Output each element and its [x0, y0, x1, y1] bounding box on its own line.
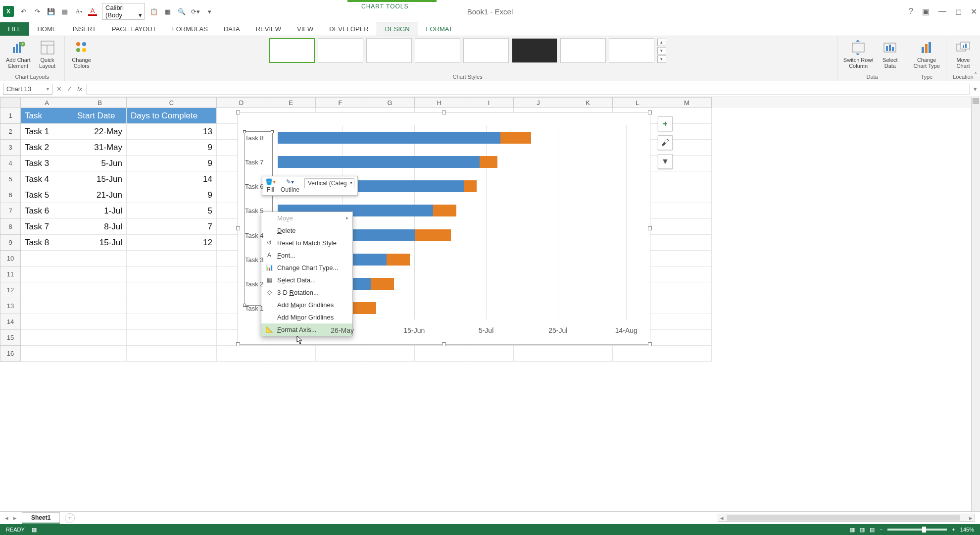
cell[interactable]: [266, 346, 316, 362]
tab-view[interactable]: VIEW: [289, 22, 321, 36]
column-header[interactable]: M: [662, 97, 712, 108]
chart-style-thumb[interactable]: [366, 38, 412, 63]
refresh-icon[interactable]: ⟳▾: [191, 7, 200, 16]
cell[interactable]: [73, 314, 127, 330]
cell[interactable]: [662, 314, 712, 330]
cell[interactable]: Task 1: [21, 124, 73, 140]
redo-icon[interactable]: ↷: [33, 7, 42, 16]
cell[interactable]: [21, 346, 73, 362]
row-header[interactable]: 15: [0, 330, 21, 346]
chart-style-thumb[interactable]: [269, 38, 315, 63]
column-header[interactable]: D: [217, 97, 266, 108]
chart-style-thumb[interactable]: [318, 38, 363, 63]
view-page-layout-icon[interactable]: ▥: [860, 527, 865, 533]
chart-filters-flyout-icon[interactable]: ▼: [658, 154, 673, 169]
chart-style-thumb[interactable]: [560, 38, 606, 63]
font-color-icon[interactable]: A: [88, 7, 97, 16]
cell[interactable]: Task: [21, 108, 73, 124]
column-header[interactable]: A: [21, 97, 73, 108]
cell[interactable]: 9: [127, 156, 217, 171]
name-box[interactable]: Chart 13▾: [3, 84, 52, 95]
new-icon[interactable]: ▤: [60, 7, 69, 16]
context-menu-item[interactable]: Add Major Gridlines: [261, 299, 352, 311]
zoom-in-icon[interactable]: +: [952, 527, 955, 533]
maximize-icon[interactable]: ◻: [955, 7, 962, 16]
column-header[interactable]: C: [127, 97, 217, 108]
chart-style-thumb[interactable]: [512, 38, 557, 63]
chart-style-thumb[interactable]: [463, 38, 509, 63]
cell[interactable]: [127, 282, 217, 298]
formula-input[interactable]: [86, 84, 970, 95]
cell[interactable]: [662, 298, 712, 314]
chart-style-thumb[interactable]: [609, 38, 654, 63]
cell[interactable]: Task 4: [21, 171, 73, 187]
row-header[interactable]: 11: [0, 267, 21, 282]
cell[interactable]: Task 5: [21, 187, 73, 203]
context-menu-item[interactable]: ◇3-D Rotation...: [261, 286, 352, 299]
tab-page-layout[interactable]: PAGE LAYOUT: [104, 22, 164, 36]
cell[interactable]: [73, 251, 127, 267]
cell[interactable]: 9: [127, 140, 217, 156]
cell[interactable]: [365, 346, 415, 362]
row-header[interactable]: 10: [0, 251, 21, 267]
cell[interactable]: Task 6: [21, 203, 73, 219]
row-header[interactable]: 14: [0, 314, 21, 330]
cell[interactable]: 5: [127, 203, 217, 219]
cell[interactable]: [662, 187, 712, 203]
zoom-level[interactable]: 145%: [960, 527, 974, 533]
tab-insert[interactable]: INSERT: [64, 22, 103, 36]
bar-segment-start[interactable]: [278, 156, 480, 168]
cell[interactable]: [662, 171, 712, 187]
cell[interactable]: 21-Jun: [73, 187, 127, 203]
cell[interactable]: [21, 330, 73, 346]
cell[interactable]: [127, 314, 217, 330]
bar-segment-duration[interactable]: [371, 278, 394, 290]
horizontal-scrollbar[interactable]: ◂▸: [718, 514, 975, 522]
context-menu-item[interactable]: ↺Reset to Match Style: [261, 237, 352, 249]
column-header[interactable]: J: [514, 97, 563, 108]
collapse-ribbon-icon[interactable]: ˄: [974, 72, 977, 79]
cell[interactable]: [127, 298, 217, 314]
cell[interactable]: [662, 219, 712, 235]
cell[interactable]: [662, 203, 712, 219]
move-chart-button[interactable]: Move Chart: [951, 38, 975, 70]
row-header[interactable]: 8: [0, 219, 21, 235]
table-icon[interactable]: ▦: [163, 7, 172, 16]
column-header[interactable]: G: [365, 97, 415, 108]
cell[interactable]: [464, 346, 514, 362]
cell[interactable]: [217, 346, 266, 362]
cell[interactable]: [662, 330, 712, 346]
zoom-slider[interactable]: [887, 529, 947, 531]
minimize-icon[interactable]: —: [938, 7, 946, 16]
context-menu-item[interactable]: AFont...: [261, 249, 352, 262]
column-header[interactable]: E: [266, 97, 316, 108]
column-header[interactable]: I: [464, 97, 514, 108]
gallery-scroll[interactable]: ▴▾▾: [657, 39, 666, 63]
bar-segment-duration[interactable]: [500, 132, 532, 144]
cell[interactable]: [662, 282, 712, 298]
qat-customize-icon[interactable]: ▾: [205, 7, 214, 16]
row-header[interactable]: 1: [0, 108, 21, 124]
cell[interactable]: [73, 298, 127, 314]
select-all-corner[interactable]: [0, 97, 21, 108]
embedded-chart[interactable]: + 🖌 ▼ 🪣▾ Fill ✎▾ Outline Vertical (Categ…: [238, 112, 650, 345]
tab-formulas[interactable]: FORMULAS: [164, 22, 216, 36]
cell[interactable]: 1-Jul: [73, 203, 127, 219]
mini-outline-button[interactable]: ✎▾ Outline: [281, 178, 299, 193]
enter-formula-icon[interactable]: ✓: [67, 85, 72, 93]
column-header[interactable]: F: [316, 97, 365, 108]
tab-format[interactable]: FORMAT: [418, 22, 461, 36]
cell[interactable]: [662, 346, 712, 362]
mini-fill-button[interactable]: 🪣▾ Fill: [265, 178, 276, 193]
cell[interactable]: [21, 267, 73, 282]
new-sheet-icon[interactable]: +: [65, 513, 75, 523]
row-header[interactable]: 2: [0, 124, 21, 140]
bar-segment-duration[interactable]: [433, 205, 456, 216]
cell[interactable]: [73, 267, 127, 282]
cell[interactable]: Task 8: [21, 235, 73, 251]
cell[interactable]: Task 7: [21, 219, 73, 235]
zoom-out-icon[interactable]: −: [880, 527, 882, 533]
close-icon[interactable]: ✕: [971, 7, 977, 16]
context-menu-item[interactable]: Add Minor Gridlines: [261, 311, 352, 323]
macro-record-icon[interactable]: ▦: [32, 527, 37, 533]
